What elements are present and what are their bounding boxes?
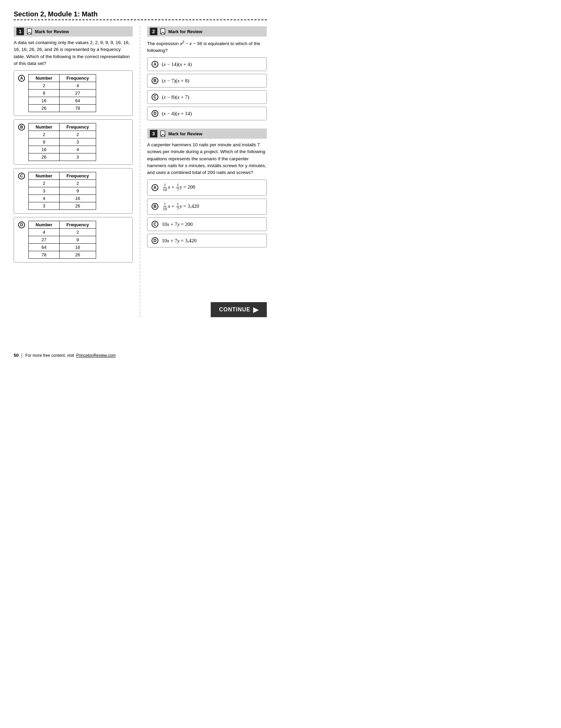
- table-c: NumberFrequency 22 39 416 326: [28, 172, 96, 210]
- option-d-circle: D: [18, 221, 25, 228]
- q3-option-d-circle: D: [152, 237, 158, 244]
- option-b-circle: B: [18, 124, 25, 131]
- continue-button[interactable]: CONTINUE ▶: [211, 302, 267, 317]
- q3-option-b-circle: B: [152, 203, 158, 210]
- q3-option-b-text: 110x + 17y = 3,420: [162, 202, 199, 211]
- page-title: Section 2, Module 1: Math: [14, 10, 267, 18]
- mark-for-review-1[interactable]: Mark for Review: [35, 29, 69, 34]
- footer-page-number: 50: [14, 353, 18, 358]
- table-b: NumberFrequency 22 93 164 263: [28, 123, 96, 161]
- question-2-text: The expression x2 − x − 56 is equivalent…: [147, 39, 267, 54]
- option-a-circle: A: [18, 75, 25, 82]
- footer-left: 50 │ For more free content, visit Prince…: [14, 353, 116, 358]
- col-left: 1 Mark for Review A data set containing …: [14, 26, 140, 317]
- table-a: NumberFrequency 24 927 1664 2678: [28, 74, 96, 112]
- question-2-option-a[interactable]: A (x − 14)(x + 4): [147, 57, 267, 71]
- q3-option-a-text: 110x + 17y = 200: [162, 183, 195, 192]
- question-2-option-b[interactable]: B (x − 7)(x + 8): [147, 74, 267, 87]
- q2-option-d-circle: D: [152, 110, 158, 117]
- question-2-option-c[interactable]: C (x − 8)(x + 7): [147, 90, 267, 104]
- section-divider: [14, 19, 267, 20]
- question-3-header: 3 Mark for Review: [147, 129, 267, 139]
- mark-for-review-3[interactable]: Mark for Review: [168, 131, 203, 136]
- continue-arrow-icon: ▶: [253, 306, 259, 314]
- question-1-option-a[interactable]: A NumberFrequency 24 927 1664 2678: [14, 70, 133, 116]
- bookmark-icon-1[interactable]: [27, 28, 32, 35]
- footer-text: For more free content, visit: [25, 353, 74, 358]
- question-3-text: A carpenter hammers 10 nails per minute …: [147, 141, 267, 176]
- question-3-option-b[interactable]: B 110x + 17y = 3,420: [147, 199, 267, 215]
- page-footer: 50 │ For more free content, visit Prince…: [0, 353, 280, 358]
- question-3-option-d[interactable]: D 10x + 7y = 3,420: [147, 234, 267, 247]
- q3-option-c-text: 10x + 7y = 200: [162, 221, 193, 227]
- q2-option-c-text: (x − 8)(x + 7): [162, 94, 189, 100]
- question-1-option-d[interactable]: D NumberFrequency 42 279 6416 7826: [14, 217, 133, 262]
- footer-separator: │: [21, 353, 23, 358]
- q3-option-a-circle: A: [152, 184, 158, 191]
- option-c-circle: C: [18, 173, 25, 179]
- question-1-header: 1 Mark for Review: [14, 26, 133, 37]
- q3-option-c-circle: C: [152, 221, 158, 228]
- bookmark-icon-3[interactable]: [160, 131, 166, 137]
- question-1-number: 1: [16, 28, 24, 35]
- table-d: NumberFrequency 42 279 6416 7826: [28, 221, 96, 259]
- bookmark-icon-2[interactable]: [160, 28, 166, 35]
- question-3-number: 3: [150, 130, 157, 137]
- question-3-option-c[interactable]: C 10x + 7y = 200: [147, 217, 267, 231]
- footer-link[interactable]: PrincetonReview.com: [76, 353, 116, 358]
- q2-option-b-text: (x − 7)(x + 8): [162, 78, 189, 84]
- q2-option-a-circle: A: [152, 61, 158, 68]
- q2-option-b-circle: B: [152, 77, 158, 84]
- question-1-option-b[interactable]: B NumberFrequency 22 93 164 263: [14, 119, 133, 165]
- question-1-option-c[interactable]: C NumberFrequency 22 39 416 326: [14, 168, 133, 214]
- question-2-option-d[interactable]: D (x − 4)(x + 14): [147, 107, 267, 120]
- question-1-text: A data set containing only the values 2,…: [14, 39, 133, 67]
- q3-option-d-text: 10x + 7y = 3,420: [162, 238, 197, 244]
- question-2-header: 2 Mark for Review: [147, 26, 267, 37]
- mark-for-review-2[interactable]: Mark for Review: [168, 29, 203, 34]
- col-right: 2 Mark for Review The expression x2 − x …: [140, 26, 267, 317]
- question-3-option-a[interactable]: A 110x + 17y = 200: [147, 179, 267, 196]
- continue-label: CONTINUE: [219, 307, 250, 313]
- q2-option-d-text: (x − 4)(x + 14): [162, 111, 192, 117]
- question-2-number: 2: [150, 28, 157, 35]
- q2-option-c-circle: C: [152, 94, 158, 100]
- q2-option-a-text: (x − 14)(x + 4): [162, 62, 192, 67]
